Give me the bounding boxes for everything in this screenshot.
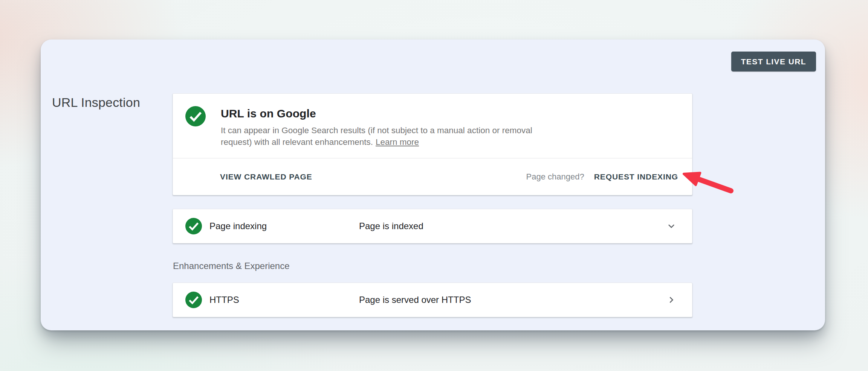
chevron-right-icon[interactable] (665, 293, 678, 306)
enhancements-section-label: Enhancements & Experience (173, 261, 692, 271)
request-indexing-button[interactable]: REQUEST INDEXING (594, 172, 678, 181)
status-text-block: URL is on Google It can appear in Google… (221, 106, 540, 148)
chevron-down-icon[interactable] (665, 220, 678, 233)
success-check-icon (185, 106, 206, 126)
url-inspection-panel: URL Inspection TEST LIVE URL URL is on G… (41, 40, 825, 330)
page-title: URL Inspection (52, 95, 140, 110)
page-background: URL Inspection TEST LIVE URL URL is on G… (0, 0, 868, 371)
page-changed-label: Page changed? (526, 172, 584, 182)
page-indexing-row-value: Page is indexed (359, 221, 423, 231)
https-row[interactable]: HTTPS Page is served over HTTPS (173, 283, 692, 317)
success-check-icon (185, 218, 202, 234)
view-crawled-page-button[interactable]: VIEW CRAWLED PAGE (220, 172, 312, 181)
page-indexing-row[interactable]: Page indexing Page is indexed (173, 209, 692, 243)
https-row-label: HTTPS (209, 295, 359, 305)
inspection-results: URL is on Google It can appear in Google… (173, 93, 692, 317)
https-row-value: Page is served over HTTPS (359, 295, 471, 305)
url-status-card: URL is on Google It can appear in Google… (173, 93, 692, 195)
status-summary: URL is on Google It can appear in Google… (173, 94, 692, 158)
success-check-icon (185, 292, 202, 308)
status-title: URL is on Google (221, 107, 540, 120)
test-live-url-button[interactable]: TEST LIVE URL (731, 52, 816, 71)
page-indexing-row-label: Page indexing (209, 221, 359, 231)
status-description: It can appear in Google Search results (… (221, 125, 540, 148)
learn-more-link[interactable]: Learn more (376, 137, 419, 147)
status-action-bar: VIEW CRAWLED PAGE Page changed? REQUEST … (173, 158, 692, 195)
